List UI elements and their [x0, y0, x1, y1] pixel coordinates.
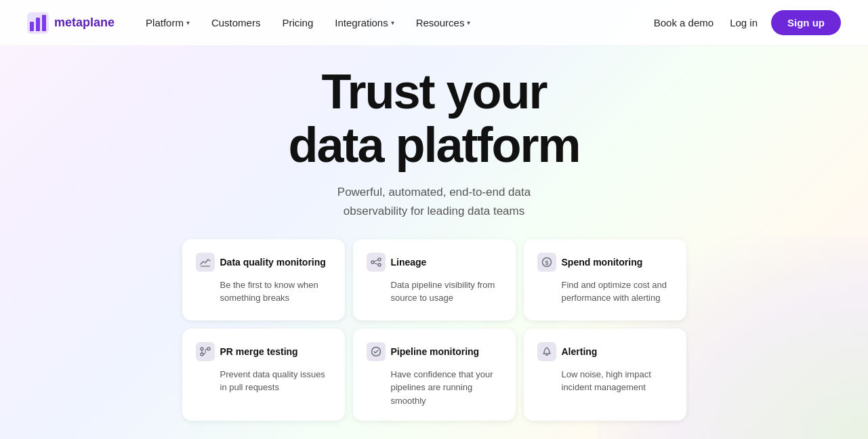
card-title: PR merge testing: [220, 346, 298, 357]
svg-point-12: [201, 348, 203, 350]
card-header: Alerting: [537, 342, 673, 361]
card-description: Be the first to know when something brea…: [196, 278, 331, 305]
main-content: Trust your data platform Powerful, autom…: [0, 46, 868, 439]
svg-rect-3: [42, 15, 46, 31]
card-description: Data pipeline visibility from source to …: [367, 278, 502, 305]
card-title: Spend monitoring: [562, 257, 643, 268]
svg-point-7: [378, 264, 381, 266]
svg-rect-1: [30, 22, 34, 31]
feature-card: PR merge testing Prevent data quality is…: [182, 329, 345, 421]
svg-point-13: [201, 353, 203, 356]
svg-line-9: [374, 263, 378, 265]
card-icon: [367, 342, 386, 361]
card-icon: [196, 253, 215, 272]
card-icon: $: [537, 253, 556, 272]
nav-pricing[interactable]: Pricing: [272, 12, 323, 34]
svg-line-8: [374, 259, 378, 262]
platform-chevron-icon: ▾: [186, 19, 190, 26]
svg-rect-2: [36, 18, 40, 31]
card-title: Data quality monitoring: [220, 257, 326, 268]
nav-platform[interactable]: Platform ▾: [136, 12, 199, 34]
resources-chevron-icon: ▾: [467, 19, 470, 26]
card-icon: [537, 342, 556, 361]
nav-right: Book a demo Log in Sign up: [651, 10, 841, 35]
svg-point-6: [378, 258, 381, 261]
card-description: Low noise, high impact incident manageme…: [537, 368, 673, 394]
feature-card: $ Spend monitoring Find and optimize cos…: [524, 239, 686, 320]
login-button[interactable]: Log in: [727, 12, 760, 34]
feature-card: Alerting Low noise, high impact incident…: [524, 329, 686, 421]
signup-button[interactable]: Sign up: [771, 10, 841, 35]
card-icon: [196, 342, 215, 361]
card-title: Lineage: [391, 257, 427, 268]
svg-point-14: [207, 348, 210, 350]
card-icon: [367, 253, 386, 272]
nav-customers[interactable]: Customers: [202, 12, 270, 34]
book-demo-button[interactable]: Book a demo: [651, 12, 716, 34]
nav-integrations[interactable]: Integrations ▾: [325, 12, 403, 34]
card-header: Lineage: [367, 253, 502, 272]
logo-text: metaplane: [54, 16, 115, 30]
feature-card: Data quality monitoring Be the first to …: [182, 239, 345, 320]
card-description: Prevent data quality issues in pull requ…: [196, 368, 331, 394]
card-header: PR merge testing: [196, 342, 331, 361]
hero-title: Trust your data platform: [288, 65, 579, 172]
feature-card: Lineage Data pipeline visibility from so…: [353, 239, 516, 320]
svg-point-5: [371, 261, 374, 264]
card-description: Find and optimize cost and performance w…: [537, 278, 673, 305]
nav-resources[interactable]: Resources ▾: [407, 12, 480, 34]
feature-card: Pipeline monitoring Have confidence that…: [353, 329, 516, 421]
navbar: metaplane Platform ▾ Customers Pricing I…: [0, 0, 868, 46]
card-header: $ Spend monitoring: [537, 253, 673, 272]
logo-icon: [27, 12, 49, 34]
card-title: Alerting: [562, 346, 598, 357]
nav-links: Platform ▾ Customers Pricing Integration…: [136, 12, 651, 34]
card-title: Pipeline monitoring: [391, 346, 480, 357]
logo[interactable]: metaplane: [27, 12, 115, 34]
integrations-chevron-icon: ▾: [391, 19, 394, 26]
card-description: Have confidence that your pipelines are …: [367, 368, 502, 408]
hero-subtitle: Powerful, automated, end-to-end data obs…: [337, 183, 531, 220]
svg-text:$: $: [545, 259, 548, 266]
card-header: Data quality monitoring: [196, 253, 331, 272]
card-header: Pipeline monitoring: [367, 342, 502, 361]
feature-cards-grid: Data quality monitoring Be the first to …: [182, 239, 686, 421]
